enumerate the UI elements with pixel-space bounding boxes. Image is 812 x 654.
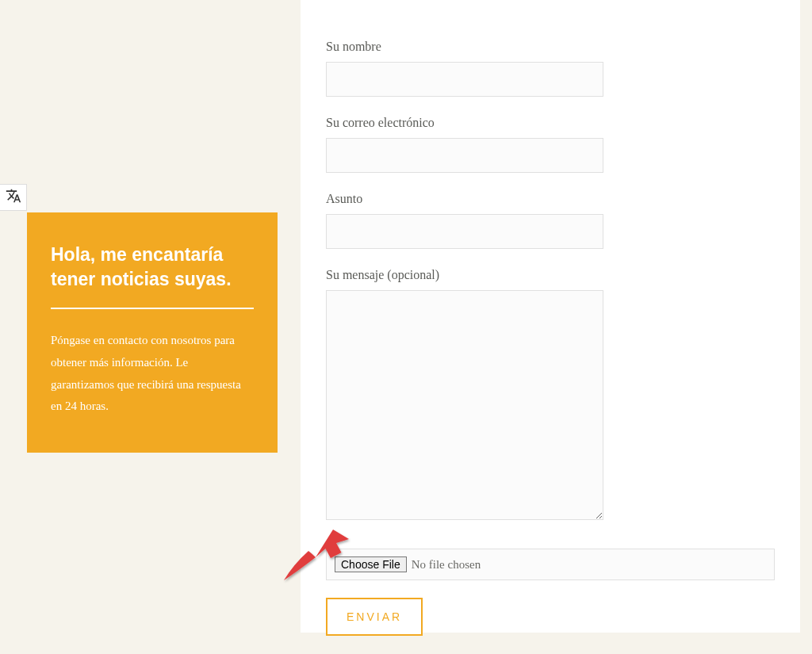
contact-form-panel: Su nombre Su correo electrónico Asunto S…: [301, 0, 800, 633]
file-upload-row[interactable]: Choose File No file chosen: [326, 549, 775, 580]
message-row: Su mensaje (opcional): [326, 268, 775, 523]
name-label: Su nombre: [326, 40, 775, 54]
message-textarea[interactable]: [326, 290, 603, 520]
sidebar-divider: [51, 308, 254, 309]
file-status-text: No file chosen: [412, 558, 481, 572]
submit-button[interactable]: ENVIAR: [326, 598, 423, 636]
translate-widget[interactable]: [0, 184, 27, 211]
choose-file-button[interactable]: Choose File: [335, 556, 407, 572]
email-row: Su correo electrónico: [326, 116, 775, 173]
subject-input[interactable]: [326, 214, 603, 249]
email-input[interactable]: [326, 138, 603, 173]
name-row: Su nombre: [326, 40, 775, 97]
sidebar-title: Hola, me encantaría tener noticias suyas…: [51, 243, 254, 292]
subject-label: Asunto: [326, 192, 775, 206]
translate-icon: [6, 188, 21, 207]
contact-info-card: Hola, me encantaría tener noticias suyas…: [27, 212, 278, 453]
sidebar-description: Póngase en contacto con nosotros para ob…: [51, 330, 254, 418]
message-label: Su mensaje (opcional): [326, 268, 775, 282]
email-label: Su correo electrónico: [326, 116, 775, 130]
subject-row: Asunto: [326, 192, 775, 249]
name-input[interactable]: [326, 62, 603, 97]
